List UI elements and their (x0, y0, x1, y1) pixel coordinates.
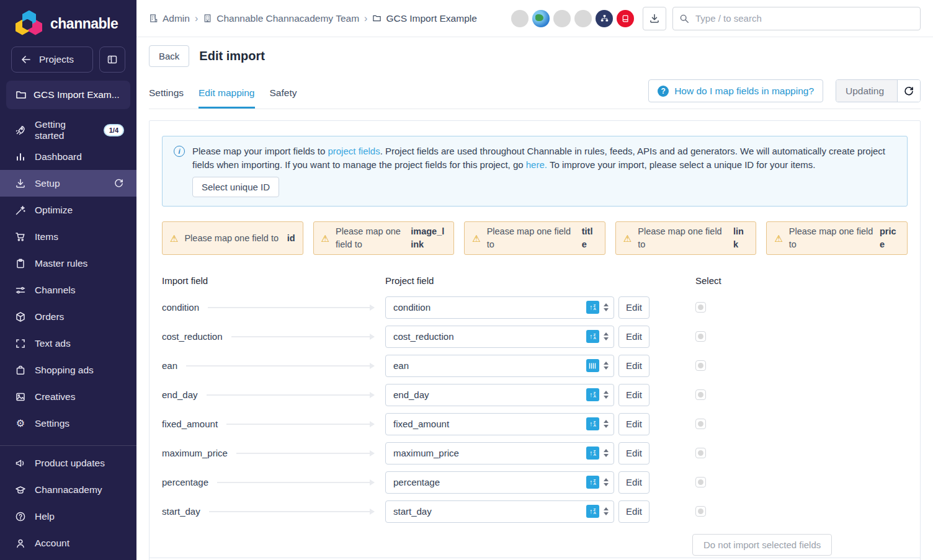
sidebar-item-label: Getting started (35, 119, 95, 141)
tab-settings[interactable]: Settings (149, 84, 184, 109)
collapse-sidebar-button[interactable] (99, 47, 125, 73)
mapping-arrow-icon (236, 453, 374, 454)
sidebar-item-settings[interactable]: ⚙ Settings (0, 410, 136, 437)
here-link[interactable]: here. (526, 159, 547, 170)
project-field-select[interactable]: start_day ↑ZA (385, 500, 614, 523)
edit-button[interactable]: Edit (618, 471, 650, 494)
sidebar: channable Projects GCS Import Exam... Ge… (0, 0, 136, 560)
edit-button[interactable]: Edit (618, 296, 650, 319)
project-field-select[interactable]: maximum_price ↑ZA (385, 442, 614, 464)
sync-status-icon (114, 178, 124, 189)
breadcrumb-admin[interactable]: Admin (149, 13, 190, 24)
select-unique-id-button[interactable]: Select unique ID (192, 177, 279, 197)
breadcrumb-team[interactable]: Channable Channacademy Team (203, 13, 359, 24)
column-project-field: Project field (385, 275, 650, 286)
edit-button[interactable]: Edit (618, 500, 650, 523)
avatar-placeholder[interactable] (511, 10, 529, 27)
project-fields-link[interactable]: project fields (328, 146, 380, 156)
sidebar-item-orders[interactable]: Orders (0, 303, 136, 330)
sidebar-item-items[interactable]: Items (0, 223, 136, 250)
brand-logo[interactable]: channable (0, 0, 136, 38)
cube-icon (15, 311, 26, 322)
sidebar-item-setup[interactable]: Setup (0, 170, 136, 197)
sidebar-item-optimize[interactable]: Optimize (0, 197, 136, 223)
select-chevrons-icon (604, 478, 609, 486)
edit-button[interactable]: Edit (618, 384, 650, 406)
mapping-arrow-icon (208, 307, 374, 308)
avatar-placeholder[interactable] (574, 10, 592, 27)
breadcrumb: Admin › Channable Channacademy Team › GC… (149, 13, 477, 24)
warning-icon: ⚠ (472, 234, 480, 243)
building-icon (149, 14, 158, 23)
project-field-select[interactable]: fixed_amount ↑ZA (385, 413, 614, 435)
required-field-name: link (733, 225, 748, 251)
select-field-checkbox[interactable] (695, 302, 706, 313)
project-field-value: maximum_price (393, 448, 586, 458)
sidebar-item-label: Product updates (35, 458, 105, 469)
warning-icon: ⚠ (623, 234, 632, 243)
sidebar-item-label: Channels (35, 285, 76, 296)
select-field-checkbox[interactable] (695, 360, 706, 371)
back-button[interactable]: Back (149, 45, 189, 67)
select-field-checkbox[interactable] (695, 419, 706, 429)
building-icon (203, 14, 212, 23)
project-field-select[interactable]: cost_reduction ↑ZA (385, 326, 614, 348)
sidebar-item-master-rules[interactable]: Master rules (0, 250, 136, 277)
select-field-checkbox[interactable] (695, 448, 706, 458)
alert-badge-button[interactable] (617, 10, 634, 27)
project-field-select[interactable]: condition ↑ZA (385, 296, 614, 319)
current-project-name: GCS Import Exam... (33, 89, 120, 100)
select-field-checkbox[interactable] (695, 331, 706, 342)
import-field-label: maximum_price (162, 448, 228, 458)
tab-safety[interactable]: Safety (270, 84, 297, 109)
back-to-projects-button[interactable]: Projects (11, 47, 93, 73)
breadcrumb-project[interactable]: GCS Import Example (372, 13, 476, 24)
tab-edit-mapping[interactable]: Edit mapping (199, 84, 254, 109)
mapping-help-button[interactable]: ? How do I map fields in mapping? (648, 79, 823, 102)
sidebar-item-shopping-ads[interactable]: Shopping ads (0, 357, 136, 383)
sidebar-item-channels[interactable]: Channels (0, 277, 136, 303)
current-project-item[interactable]: GCS Import Exam... (6, 81, 130, 109)
select-field-checkbox[interactable] (695, 389, 706, 400)
project-field-select[interactable]: end_day ↑ZA (385, 384, 614, 406)
sidebar-item-help[interactable]: Help (0, 503, 136, 530)
sidebar-item-label: Creatives (35, 391, 75, 402)
sidebar-item-account[interactable]: Account (0, 530, 136, 556)
mapping-row-fixed-amount: fixed_amount fixed_amount ↑ZA Edit (162, 409, 908, 438)
sidebar-item-label: Master rules (35, 258, 87, 269)
edit-button[interactable]: Edit (618, 355, 650, 377)
topbar: Admin › Channable Channacademy Team › GC… (136, 0, 933, 37)
do-not-import-button[interactable]: Do not import selected fields (692, 534, 832, 556)
projects-label: Projects (39, 54, 74, 65)
sidebar-item-creatives[interactable]: Creatives (0, 383, 136, 410)
edit-button[interactable]: Edit (618, 413, 650, 435)
info-text: Please map your import fields to (192, 146, 328, 156)
edit-button[interactable]: Edit (618, 442, 650, 464)
project-field-select[interactable]: ean (385, 355, 614, 377)
sidebar-item-text-ads[interactable]: Text ads (0, 330, 136, 357)
project-field-select[interactable]: percentage ↑ZA (385, 471, 614, 494)
refresh-button[interactable] (897, 80, 920, 102)
search-input[interactable] (672, 7, 921, 30)
edit-button[interactable]: Edit (618, 326, 650, 348)
folder-icon (372, 14, 382, 23)
import-download-button[interactable] (643, 7, 666, 30)
megaphone-icon (15, 458, 26, 469)
sidebar-item-getting-started[interactable]: Getting started 1/4 (0, 117, 136, 143)
sidebar-item-product-updates[interactable]: Product updates (0, 450, 136, 476)
breadcrumb-separator: › (364, 13, 367, 24)
avatar-placeholder[interactable] (553, 10, 571, 27)
org-structure-button[interactable] (596, 10, 613, 27)
sidebar-item-label: Channacademy (35, 484, 102, 496)
select-chevrons-icon (604, 362, 609, 370)
book-icon (621, 14, 630, 23)
warning-icon: ⚠ (774, 234, 782, 243)
refresh-icon (903, 86, 914, 97)
select-field-checkbox[interactable] (695, 506, 706, 517)
select-field-checkbox[interactable] (695, 477, 706, 487)
sidebar-item-dashboard[interactable]: Dashboard (0, 143, 136, 170)
globe-avatar[interactable] (532, 10, 550, 27)
select-chevrons-icon (604, 420, 609, 428)
sidebar-item-channacademy[interactable]: Channacademy (0, 476, 136, 503)
mapping-row-maximum-price: maximum_price maximum_price ↑ZA Edit (162, 438, 908, 468)
